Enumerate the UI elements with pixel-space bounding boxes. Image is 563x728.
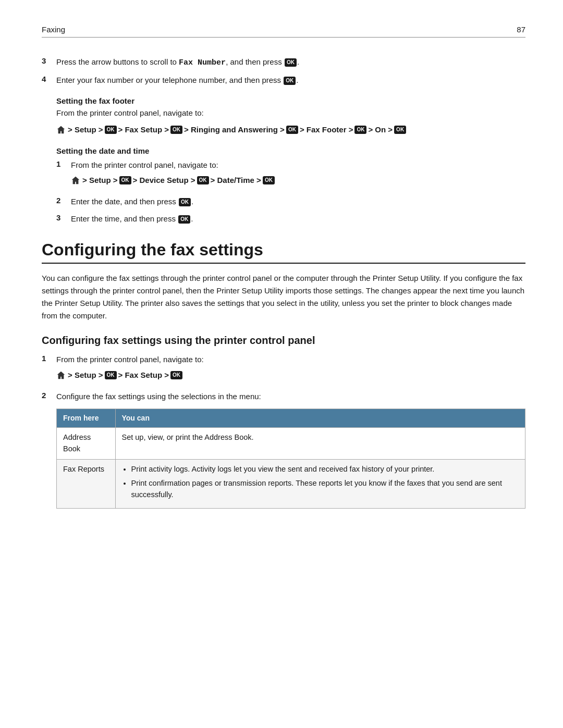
date-step-2-number: 2 — [56, 196, 71, 205]
step-3-content: Press the arrow buttons to scroll to Fax… — [56, 56, 525, 69]
step-3-number: 3 — [42, 56, 56, 65]
nav-dt-device: > Device Setup > — [133, 174, 195, 187]
config-step-2: 2 Configure the fax settings using the s… — [42, 391, 525, 509]
ok-badge-dt4: OK — [179, 198, 191, 206]
config-step-1-number: 1 — [42, 354, 56, 363]
ok-badge-nav5: OK — [394, 126, 406, 134]
table-col-from: From here — [57, 409, 116, 428]
settings-table: From here You can Address Book Set up, v… — [56, 409, 525, 509]
date-time-title: Setting the date and time — [56, 146, 525, 155]
date-step-1: 1 From the printer control panel, naviga… — [56, 159, 525, 191]
config-step-1: 1 From the printer control panel, naviga… — [42, 354, 525, 386]
fax-footer-nav: > Setup > OK > Fax Setup > OK > Ringing … — [56, 124, 525, 136]
table-col-you-can: You can — [115, 409, 525, 428]
table-cell-address-book-desc: Set up, view, or print the Address Book. — [115, 428, 525, 460]
fax-reports-item-1: Print activity logs. Activity logs let y… — [131, 464, 519, 475]
step-3: 3 Press the arrow buttons to scroll to F… — [42, 56, 525, 69]
nav-dt-setup: > Setup > — [82, 174, 118, 187]
table-row: Address Book Set up, view, or print the … — [57, 428, 525, 460]
date-step-1-number: 1 — [56, 159, 71, 168]
config-step-1-content: From the printer control panel, navigate… — [56, 354, 525, 386]
ok-badge-nav3: OK — [286, 126, 298, 134]
date-step-2-content: Enter the date, and then press OK. — [71, 196, 525, 208]
home-icon-2 — [71, 176, 80, 185]
nav-cfg-faxsetup: > Fax Setup > — [118, 369, 169, 381]
sub-title: Configuring fax settings using the print… — [42, 335, 525, 347]
header-right: 87 — [517, 25, 525, 34]
step-4-number: 4 — [42, 75, 56, 83]
date-step-2: 2 Enter the date, and then press OK. — [56, 196, 525, 208]
nav-faxfooter: > Fax Footer > — [300, 124, 353, 136]
date-step-3-content: Enter the time, and then press OK. — [71, 213, 525, 225]
date-time-section: Setting the date and time 1 From the pri… — [56, 146, 525, 225]
nav-setup-faxsetup: > Setup > — [68, 124, 103, 136]
ok-badge-nav1: OK — [105, 126, 117, 134]
table-cell-address-book: Address Book — [57, 428, 116, 460]
date-step-3: 3 Enter the time, and then press OK. — [56, 213, 525, 225]
date-step-3-number: 3 — [56, 213, 71, 222]
step-4-content: Enter your fax number or your telephone … — [56, 75, 525, 87]
date-time-nav: > Setup > OK > Device Setup > OK > Date/… — [71, 174, 525, 187]
table-header: From here You can — [57, 409, 525, 428]
fax-footer-intro: From the printer control panel, navigate… — [56, 107, 525, 119]
ok-badge-dt3: OK — [263, 176, 275, 184]
ok-badge-nav2: OK — [170, 126, 182, 134]
config-nav: > Setup > OK > Fax Setup > OK — [56, 369, 525, 381]
step-4: 4 Enter your fax number or your telephon… — [42, 75, 525, 87]
ok-badge-dt1: OK — [119, 176, 131, 184]
nav-cfg-setup: > Setup > — [68, 369, 103, 381]
nav-on: > On > — [368, 124, 393, 136]
home-icon — [56, 125, 66, 134]
ok-badge-dt2: OK — [197, 176, 209, 184]
main-body-text: You can configure the fax settings throu… — [42, 272, 525, 322]
table-cell-fax-reports-desc: Print activity logs. Activity logs let y… — [115, 459, 525, 508]
ok-badge-dt5: OK — [178, 215, 190, 224]
ok-badge-cfg2: OK — [170, 371, 182, 379]
ok-badge-2: OK — [284, 77, 296, 85]
home-icon-3 — [56, 371, 66, 380]
nav-dt-datetime: > Date/Time > — [211, 174, 261, 187]
table-row: Fax Reports Print activity logs. Activit… — [57, 459, 525, 508]
header-left: Faxing — [42, 25, 65, 34]
table-body: Address Book Set up, view, or print the … — [57, 428, 525, 509]
page: Faxing 87 3 Press the arrow buttons to s… — [0, 0, 563, 728]
fax-footer-section: Setting the fax footer From the printer … — [56, 96, 525, 136]
fax-number-bold: Fax Number — [179, 57, 226, 66]
main-title: Configuring the fax settings — [42, 240, 525, 264]
page-header: Faxing 87 — [42, 25, 525, 38]
nav-fax-setup: > Fax Setup > — [118, 124, 169, 136]
ok-badge-cfg1: OK — [105, 371, 117, 379]
config-step-2-number: 2 — [42, 391, 56, 400]
table-cell-fax-reports: Fax Reports — [57, 459, 116, 508]
fax-footer-title: Setting the fax footer — [56, 96, 525, 105]
ok-badge-nav4: OK — [354, 126, 366, 134]
ok-badge-1: OK — [285, 58, 297, 67]
fax-reports-item-2: Print confirmation pages or transmission… — [131, 478, 519, 501]
date-step-1-content: From the printer control panel, navigate… — [71, 159, 525, 191]
fax-reports-list: Print activity logs. Activity logs let y… — [122, 464, 519, 501]
config-step-2-content: Configure the fax settings using the sel… — [56, 391, 525, 509]
nav-ringing: > Ringing and Answering > — [184, 124, 285, 136]
